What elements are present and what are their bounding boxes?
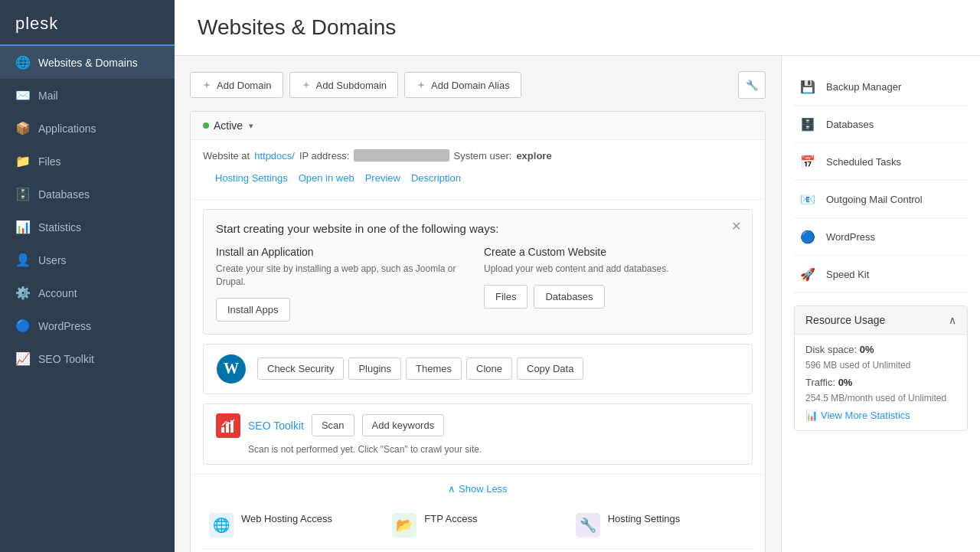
- feature-item-web-hosting-access[interactable]: 🌐 Web Hosting Access: [203, 502, 386, 549]
- wordpress-section: W Check Security Plugins Themes Clone Co…: [203, 344, 753, 394]
- sidebar-label-websites-domains: Websites & Domains: [38, 57, 138, 69]
- sidebar: plesk 🌐Websites & Domains✉️Mail📦Applicat…: [0, 0, 175, 552]
- sidebar-label-mail: Mail: [38, 90, 58, 102]
- sidebar-label-applications: Applications: [38, 122, 96, 135]
- websites-domains-icon: 🌐: [15, 55, 31, 70]
- rp-item-outgoing-mail-control[interactable]: 📧 Outgoing Mail Control: [794, 181, 968, 218]
- custom-website-btns: Files Databases: [484, 285, 740, 309]
- domain-card: Active ▾ Website at httpdocs/ IP address…: [190, 111, 766, 552]
- feature-item-php-settings[interactable]: ⚙️ PHP Settings (v7.4.11): [570, 549, 753, 552]
- scan-button[interactable]: Scan: [312, 414, 354, 436]
- sidebar-label-statistics: Statistics: [38, 221, 81, 234]
- databases-button[interactable]: Databases: [534, 285, 604, 309]
- clone-button[interactable]: Clone: [466, 358, 512, 380]
- install-app-btns: Install Apps: [216, 298, 472, 322]
- rp-label-outgoing-mail-control: Outgoing Mail Control: [826, 194, 923, 205]
- feature-text-ftp-access: FTP Access: [424, 513, 477, 524]
- system-user-prefix: System user:: [454, 150, 512, 162]
- wordpress-buttons: Check Security Plugins Themes Clone Copy…: [257, 358, 583, 380]
- sidebar-item-websites-domains[interactable]: 🌐Websites & Domains: [0, 46, 175, 79]
- main-area: Websites & Domains ＋ Add Domain ＋ Add Su…: [175, 0, 980, 552]
- rp-item-databases[interactable]: 🗄️ Databases: [794, 106, 968, 143]
- rp-item-backup-manager[interactable]: 💾 Backup Manager: [794, 68, 968, 106]
- sidebar-item-seo-toolkit[interactable]: 📈SEO Toolkit: [0, 342, 175, 375]
- sidebar-item-mail[interactable]: ✉️Mail: [0, 79, 175, 112]
- view-more-statistics-link[interactable]: 📊 View More Statistics: [805, 410, 956, 421]
- copy-data-button[interactable]: Copy Data: [517, 358, 583, 380]
- show-less-link[interactable]: ∧ Show Less: [448, 483, 507, 495]
- domain-httpdocs-link[interactable]: httpdocs/: [254, 150, 295, 162]
- settings-icon-button[interactable]: 🔧: [738, 71, 766, 99]
- databases-rp-icon: 🗄️: [797, 113, 818, 135]
- resource-usage-header: Resource Usage ∧: [795, 306, 967, 335]
- rp-label-backup-manager: Backup Manager: [826, 81, 901, 93]
- rp-label-databases: Databases: [826, 119, 874, 130]
- sidebar-item-applications[interactable]: 📦Applications: [0, 112, 175, 145]
- seo-toolkit-link[interactable]: SEO Toolkit: [248, 420, 304, 432]
- files-button[interactable]: Files: [484, 285, 528, 309]
- wordpress-rp-icon: 🔵: [797, 226, 818, 247]
- system-user-value: explore: [516, 150, 551, 162]
- add-keywords-button[interactable]: Add keywords: [362, 414, 445, 436]
- feature-text-hosting-settings: Hosting Settings: [608, 513, 681, 524]
- themes-button[interactable]: Themes: [406, 358, 462, 380]
- sidebar-label-seo-toolkit: SEO Toolkit: [38, 353, 94, 365]
- description-link[interactable]: Description: [411, 172, 461, 184]
- open-in-web-link[interactable]: Open in web: [299, 172, 354, 184]
- mail-icon: ✉️: [15, 88, 31, 103]
- disk-space-row: Disk space: 0%: [805, 344, 956, 355]
- website-at-label: Website at: [203, 150, 250, 162]
- hosting-settings-link[interactable]: Hosting Settings: [215, 172, 288, 184]
- seo-toolkit-icon: 📈: [15, 351, 31, 366]
- rp-item-speed-kit[interactable]: 🚀 Speed Kit: [794, 256, 968, 293]
- plus-icon: ＋: [201, 78, 212, 92]
- rp-item-wordpress[interactable]: 🔵 WordPress: [794, 218, 968, 256]
- sidebar-item-wordpress[interactable]: 🔵WordPress: [0, 309, 175, 342]
- sidebar-label-wordpress: WordPress: [38, 320, 91, 332]
- sidebar-label-databases: Databases: [38, 188, 90, 201]
- chevron-up-icon-ru: ∧: [949, 314, 956, 326]
- outgoing-mail-control-rp-icon: 📧: [797, 188, 818, 210]
- plugins-button[interactable]: Plugins: [348, 358, 401, 380]
- close-create-box-button[interactable]: ✕: [731, 219, 741, 234]
- account-icon: ⚙️: [15, 286, 31, 300]
- scheduled-tasks-rp-icon: 📅: [797, 151, 818, 172]
- sidebar-item-account[interactable]: ⚙️Account: [0, 276, 175, 309]
- domain-info-row: Website at httpdocs/ IP address: ███.███…: [203, 149, 753, 162]
- feature-item-ssl-tls[interactable]: 🔒 SSL/TLS Certificates Security can be i…: [203, 549, 386, 552]
- ftp-access-icon: 📂: [392, 513, 416, 537]
- custom-website-title: Create a Custom Website: [484, 246, 740, 258]
- add-domain-alias-button[interactable]: ＋ Add Domain Alias: [404, 72, 521, 98]
- sidebar-item-users[interactable]: 👤Users: [0, 243, 175, 276]
- rp-label-speed-kit: Speed Kit: [826, 269, 869, 280]
- sidebar-item-statistics[interactable]: 📊Statistics: [0, 211, 175, 243]
- ip-prefix-label: IP address:: [299, 150, 350, 162]
- rp-item-scheduled-tasks[interactable]: 📅 Scheduled Tasks: [794, 143, 968, 181]
- create-col-app: Install an Application Create your site …: [216, 246, 472, 322]
- add-domain-button[interactable]: ＋ Add Domain: [190, 72, 283, 98]
- feature-item-hosting-settings[interactable]: 🔧 Hosting Settings: [570, 502, 753, 549]
- svg-text:W: W: [224, 360, 239, 377]
- sidebar-item-databases[interactable]: 🗄️Databases: [0, 178, 175, 211]
- check-security-button[interactable]: Check Security: [257, 358, 344, 380]
- domain-actions: Hosting Settings Open in web Preview Des…: [203, 166, 753, 193]
- chevron-up-icon: ∧: [448, 483, 459, 495]
- sidebar-logo: plesk: [0, 0, 175, 46]
- disk-detail: 596 MB used of Unlimited: [805, 360, 956, 371]
- add-subdomain-button[interactable]: ＋ Add Subdomain: [289, 72, 399, 98]
- show-less-bar: ∧ Show Less: [191, 474, 765, 502]
- feature-item-php-composer[interactable]: 🎵 PHP Composer: [386, 549, 569, 552]
- sidebar-item-files[interactable]: 📁Files: [0, 145, 175, 178]
- install-apps-button[interactable]: Install Apps: [216, 298, 290, 322]
- preview-link[interactable]: Preview: [365, 172, 400, 184]
- sidebar-nav: 🌐Websites & Domains✉️Mail📦Applications📁F…: [0, 46, 175, 375]
- feature-item-ftp-access[interactable]: 📂 FTP Access: [386, 502, 569, 549]
- svg-rect-3: [226, 423, 229, 433]
- rp-label-scheduled-tasks: Scheduled Tasks: [826, 156, 901, 168]
- content-area: ＋ Add Domain ＋ Add Subdomain ＋ Add Domai…: [175, 56, 980, 552]
- wrench-icon: 🔧: [746, 80, 759, 91]
- custom-website-desc: Upload your web content and add database…: [484, 263, 740, 276]
- create-col-custom: Create a Custom Website Upload your web …: [484, 246, 740, 322]
- seo-desc: Scan is not performed yet. Click "Scan" …: [248, 444, 740, 455]
- status-dot: [203, 122, 209, 129]
